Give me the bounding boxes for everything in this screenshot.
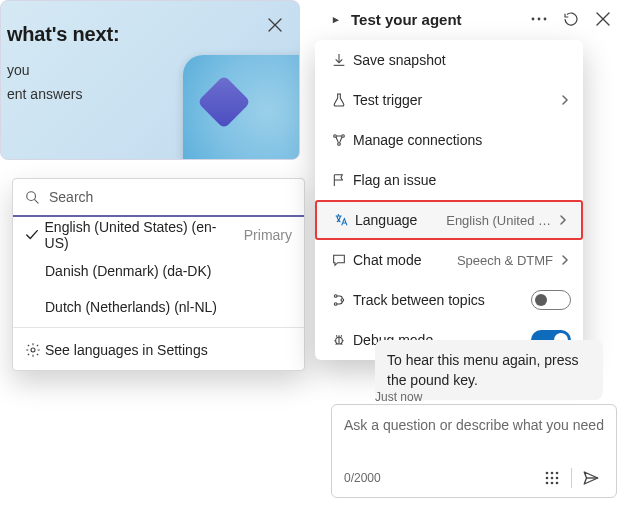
flask-icon — [327, 92, 351, 108]
svg-point-3 — [538, 18, 541, 21]
language-picker-popup: English (United States) (en-US) Primary … — [12, 178, 305, 371]
collapse-icon[interactable]: ▸ — [333, 13, 347, 26]
checkmark-icon — [25, 228, 45, 242]
chat-message-text: To hear this menu again, press the pound… — [387, 352, 578, 388]
panel-title: Test your agent — [351, 11, 462, 28]
card-title: what's next: — [7, 23, 279, 46]
search-icon — [25, 190, 39, 204]
gear-icon — [25, 342, 45, 358]
svg-point-5 — [334, 135, 337, 138]
chat-input-box[interactable]: Ask a question or describe what you need… — [331, 404, 617, 498]
svg-point-14 — [556, 472, 559, 475]
chat-icon — [327, 252, 351, 268]
chevron-right-icon — [559, 254, 571, 266]
panel-header: ▸ Test your agent — [327, 2, 617, 36]
menu-label: Save snapshot — [353, 52, 571, 68]
connections-icon — [327, 132, 351, 148]
menu-language[interactable]: Language English (United … — [315, 200, 583, 240]
chat-timestamp: Just now — [375, 390, 603, 404]
menu-track-between-topics[interactable]: Track between topics — [315, 280, 583, 320]
see-languages-in-settings[interactable]: See languages in Settings — [13, 330, 304, 370]
svg-point-17 — [556, 477, 559, 480]
svg-point-12 — [546, 472, 549, 475]
panel-overflow-menu: Save snapshot Test trigger Manage connec… — [315, 40, 583, 360]
download-icon — [327, 52, 351, 68]
menu-value: English (United … — [446, 213, 551, 228]
language-option-label: English (United States) (en-US) — [45, 219, 236, 251]
divider — [13, 327, 304, 328]
menu-flag-issue[interactable]: Flag an issue — [315, 160, 583, 200]
language-option-nl-nl[interactable]: Dutch (Netherlands) (nl-NL) — [13, 289, 304, 325]
language-search-row — [13, 179, 304, 217]
toggle-track[interactable] — [531, 290, 571, 310]
chevron-right-icon — [557, 214, 569, 226]
send-icon[interactable] — [578, 465, 604, 491]
language-option-label: Dutch (Netherlands) (nl-NL) — [45, 299, 217, 315]
svg-point-10 — [341, 299, 344, 302]
svg-point-13 — [551, 472, 554, 475]
language-primary-badge: Primary — [244, 227, 292, 243]
test-agent-panel: ▸ Test your agent — [327, 2, 617, 36]
svg-point-6 — [342, 135, 345, 138]
menu-save-snapshot[interactable]: Save snapshot — [315, 40, 583, 80]
svg-point-2 — [532, 18, 535, 21]
more-icon[interactable] — [527, 7, 551, 31]
language-option-da-dk[interactable]: Danish (Denmark) (da-DK) — [13, 253, 304, 289]
language-icon — [329, 212, 353, 228]
close-panel-icon[interactable] — [591, 7, 615, 31]
menu-manage-connections[interactable]: Manage connections — [315, 120, 583, 160]
divider — [571, 468, 572, 488]
menu-chat-mode[interactable]: Chat mode Speech & DTMF — [315, 240, 583, 280]
menu-label: Chat mode — [353, 252, 457, 268]
svg-point-18 — [546, 482, 549, 485]
chevron-right-icon — [559, 94, 571, 106]
track-icon — [327, 292, 351, 308]
chat-input-placeholder: Ask a question or describe what you need — [344, 415, 604, 455]
menu-test-trigger[interactable]: Test trigger — [315, 80, 583, 120]
svg-point-0 — [27, 192, 36, 201]
svg-point-20 — [556, 482, 559, 485]
svg-point-1 — [31, 348, 35, 352]
svg-point-15 — [546, 477, 549, 480]
card-illustration — [183, 55, 300, 160]
whats-next-card: what's next: you ent answers — [0, 0, 300, 160]
language-option-label: Danish (Denmark) (da-DK) — [45, 263, 211, 279]
chat-char-counter: 0/2000 — [344, 471, 539, 485]
menu-label: Language — [355, 212, 446, 228]
menu-label: Track between topics — [353, 292, 531, 308]
keypad-icon[interactable] — [539, 465, 565, 491]
settings-link-label: See languages in Settings — [45, 342, 208, 358]
svg-point-19 — [551, 482, 554, 485]
flag-icon — [327, 172, 351, 188]
menu-label: Test trigger — [353, 92, 559, 108]
svg-point-8 — [334, 295, 337, 298]
menu-value: Speech & DTMF — [457, 253, 553, 268]
panel-title-row: ▸ Test your agent — [333, 11, 527, 28]
menu-label: Manage connections — [353, 132, 571, 148]
language-option-en-us[interactable]: English (United States) (en-US) Primary — [13, 217, 304, 253]
svg-point-16 — [551, 477, 554, 480]
language-search-input[interactable] — [47, 188, 292, 206]
menu-label: Flag an issue — [353, 172, 571, 188]
svg-point-7 — [338, 143, 341, 146]
svg-point-4 — [544, 18, 547, 21]
close-icon[interactable] — [263, 13, 287, 37]
bug-icon — [327, 332, 351, 348]
svg-point-9 — [334, 303, 337, 306]
refresh-icon[interactable] — [559, 7, 583, 31]
